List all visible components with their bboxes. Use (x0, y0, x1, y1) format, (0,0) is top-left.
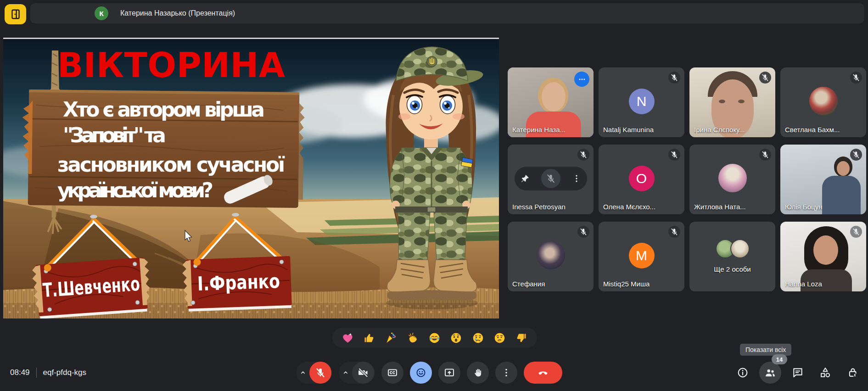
meeting-info: 08:49 eqf-pfdq-kgs (10, 360, 86, 385)
camera-options-chevron[interactable] (339, 369, 352, 377)
reaction-sparkling-heart[interactable] (341, 331, 355, 345)
activities-button[interactable] (814, 362, 836, 384)
presenter-label: Катерина Назарько (Презентація) (120, 9, 235, 17)
host-controls-button[interactable] (842, 362, 864, 384)
mic-off-icon (546, 173, 556, 184)
mic-off-icon (579, 228, 588, 236)
participant-tile[interactable]: Юлія Боцун (780, 145, 866, 214)
meet-app-logo[interactable] (5, 4, 26, 24)
lock-person-icon (847, 367, 859, 379)
participant-tile[interactable]: Inessa Petrosyan (508, 145, 594, 214)
smiley-icon (415, 367, 426, 378)
mic-off-badge (668, 149, 680, 161)
end-call-button[interactable] (524, 362, 562, 384)
ukraine-flag-patch (461, 157, 473, 168)
more-vertical-icon (501, 367, 512, 378)
meeting-details-button[interactable] (732, 362, 754, 384)
tile-hover-controls (515, 167, 587, 190)
reaction-thumbs-up[interactable] (363, 331, 376, 345)
avatar-letter: N (629, 89, 655, 114)
reaction-crying-face[interactable] (471, 331, 485, 345)
mic-options-chevron[interactable] (296, 369, 309, 377)
avatar-letter: M (629, 243, 655, 268)
reaction-astonished-face[interactable] (449, 331, 463, 345)
mic-off-icon (670, 151, 678, 159)
participant-tile[interactable]: Ірина Слєпоку... (689, 67, 775, 137)
hand-icon (472, 367, 483, 378)
reaction-party-popper[interactable] (384, 331, 398, 345)
mic-off-badge (577, 226, 589, 238)
reaction-thinking-face[interactable] (493, 331, 507, 345)
tile-options-button[interactable] (574, 72, 589, 87)
participant-name: Mistiq25 Миша (603, 280, 650, 288)
mic-toggle-button[interactable] (309, 362, 331, 384)
overflow-tile[interactable]: Ще 2 особи (689, 222, 775, 291)
participant-tile[interactable]: N Natalj Kamunina (599, 67, 684, 137)
camera-control-group (339, 362, 375, 384)
participant-name: Житлова Ната... (694, 203, 746, 211)
top-bar: К Катерина Назарько (Презентація) (0, 0, 868, 26)
mic-off-icon (761, 151, 769, 159)
divider (36, 368, 37, 378)
chat-icon (792, 367, 804, 379)
chat-button[interactable] (787, 362, 809, 384)
avatar-letter: O (629, 166, 655, 191)
show-participants-button[interactable] (759, 362, 781, 384)
raise-hand-button[interactable] (467, 362, 489, 384)
camera-off-icon (358, 367, 369, 378)
avatar-photo (537, 241, 565, 269)
present-icon (444, 367, 455, 378)
participant-tile[interactable]: Hanna Loza (780, 222, 866, 291)
reaction-clapping-hands[interactable] (406, 331, 420, 345)
chevron-up-icon (299, 369, 307, 377)
camera-toggle-button[interactable] (352, 362, 374, 384)
participant-count-badge: 14 (772, 354, 787, 364)
participant-name: Natalj Kamunina (603, 126, 654, 134)
slide-title: ВІКТОРИНА (57, 45, 285, 85)
mic-off-icon (761, 73, 769, 82)
mic-off-badge (850, 149, 862, 161)
door-icon (10, 8, 22, 20)
more-options-button[interactable] (495, 362, 517, 384)
presentation-stage[interactable]: ВІКТОРИНА Хто є автором вірша "Заповіт" … (3, 38, 499, 318)
overflow-avatars (716, 239, 750, 258)
svg-text:І.Франко: І.Франко (197, 270, 280, 295)
mic-off-badge (577, 149, 589, 161)
svg-text:української мови?: української мови? (57, 179, 213, 202)
mic-off-badge (668, 226, 680, 238)
participant-name: Олена Мєлєхо... (603, 203, 655, 211)
participant-tile[interactable]: Стефания (508, 222, 594, 291)
reaction-joy-face[interactable] (428, 331, 442, 345)
activities-icon (819, 367, 831, 379)
participant-name: Юлія Боцун (785, 203, 822, 211)
mic-off-badge (668, 72, 680, 84)
mute-button-disabled[interactable] (541, 169, 560, 188)
more-vertical-icon[interactable] (571, 173, 582, 184)
svg-text:"Заповіт" та: "Заповіт" та (63, 123, 166, 147)
svg-text:засновником сучасної: засновником сучасної (57, 153, 285, 176)
mic-control-group (296, 362, 332, 384)
mic-off-icon (852, 73, 860, 82)
chevron-up-icon (342, 369, 350, 377)
mic-off-badge (850, 72, 862, 84)
mic-off-badge (759, 72, 771, 84)
presentation-chip[interactable]: К Катерина Назарько (Презентація) (30, 3, 864, 23)
participant-name: Ірина Слєпоку... (694, 126, 745, 134)
overflow-label: Ще 2 особи (689, 265, 775, 273)
participant-name: Светлана Бахм... (785, 126, 840, 134)
participant-tile[interactable]: M Mistiq25 Миша (599, 222, 684, 291)
captions-button[interactable] (381, 362, 403, 384)
meeting-code: eqf-pfdq-kgs (43, 368, 87, 377)
presenter-avatar: К (95, 6, 108, 20)
participant-tile[interactable]: Житлова Ната... (689, 145, 775, 214)
present-screen-button[interactable] (438, 362, 460, 384)
pin-icon[interactable] (520, 173, 530, 184)
participant-tile[interactable]: O Олена Мєлєхо... (599, 145, 684, 214)
reactions-toggle-button[interactable] (410, 362, 432, 384)
participant-grid: Катерина Наза... N Natalj Kamunina Ірина… (508, 67, 866, 291)
avatar-photo (718, 164, 747, 192)
participant-tile[interactable]: Светлана Бахм... (780, 67, 866, 137)
reaction-thumbs-down[interactable] (515, 331, 528, 345)
participant-tile[interactable]: Катерина Наза... (508, 67, 594, 137)
mic-off-badge (850, 226, 862, 238)
